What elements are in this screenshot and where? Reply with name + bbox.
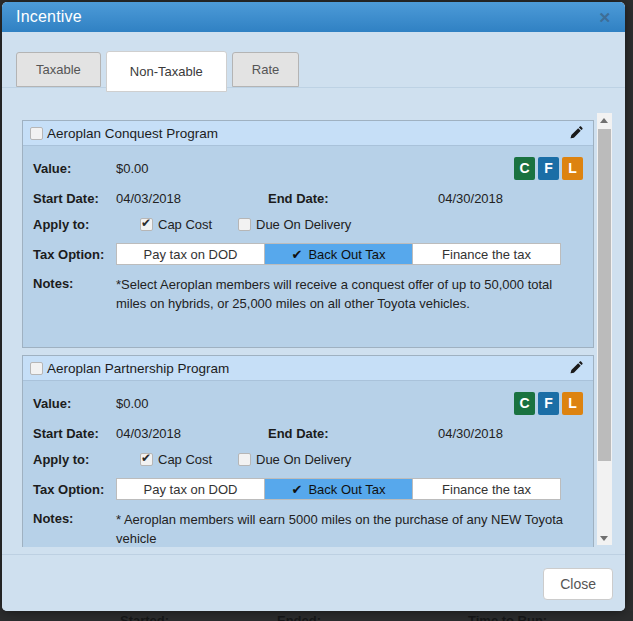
- checkbox-checked[interactable]: [140, 453, 153, 466]
- close-button[interactable]: Close: [543, 568, 613, 600]
- incentive-panel-header: Aeroplan Partnership Program: [23, 356, 593, 381]
- lease-badge[interactable]: L: [562, 157, 583, 180]
- dimmed-background-page: Started: Ended: Time to Run:: [0, 611, 633, 621]
- notes-label: Notes:: [33, 276, 116, 291]
- tab-bar: TaxableNon-TaxableRate: [2, 52, 625, 88]
- edit-pencil-icon[interactable]: [569, 361, 583, 375]
- tab-rate[interactable]: Rate: [232, 52, 299, 87]
- incentive-panel-body: Value: $0.00 CFL Start Date: 04/03/2018 …: [23, 146, 593, 348]
- finance-badge[interactable]: F: [538, 392, 559, 415]
- select-incentive-checkbox[interactable]: [30, 127, 43, 140]
- apply-option-due-on-delivery[interactable]: Due On Delivery: [238, 452, 351, 467]
- tab-non-taxable[interactable]: Non-Taxable: [106, 51, 227, 92]
- background-label-started: Started:: [120, 613, 169, 621]
- tax-segment-finance-the-tax[interactable]: Finance the tax: [413, 478, 561, 500]
- tab-taxable[interactable]: Taxable: [16, 52, 101, 87]
- tax-segment-pay-tax-on-dod[interactable]: Pay tax on DOD: [116, 243, 265, 265]
- notes-text: *Select Aeroplan members will receive a …: [116, 276, 583, 314]
- apply-option-due-on-delivery[interactable]: Due On Delivery: [238, 217, 351, 232]
- edit-pencil-icon[interactable]: [569, 126, 583, 140]
- incentive-dialog: Incentive ✕ TaxableNon-TaxableRate Aerop…: [2, 2, 625, 611]
- vertical-scrollbar[interactable]: [597, 113, 612, 545]
- end-date-value: 04/30/2018: [438, 191, 503, 206]
- scroll-up-button[interactable]: [597, 113, 612, 128]
- tax-option-segments: Pay tax on DODBack Out TaxFinance the ta…: [116, 243, 561, 265]
- incentive-panel-body: Value: $0.00 CFL Start Date: 04/03/2018 …: [23, 381, 593, 547]
- value-label: Value:: [33, 161, 116, 176]
- start-date-value: 04/03/2018: [116, 191, 268, 206]
- tax-option-label: Tax Option:: [33, 482, 116, 497]
- checkbox-label: Due On Delivery: [256, 217, 351, 232]
- dialog-title: Incentive: [16, 8, 82, 26]
- cash-badge[interactable]: C: [514, 392, 535, 415]
- incentive-name: Aeroplan Conquest Program: [47, 126, 218, 141]
- tax-segment-back-out-tax[interactable]: Back Out Tax: [265, 478, 413, 500]
- dialog-footer: Close: [2, 554, 625, 611]
- cash-badge[interactable]: C: [514, 157, 535, 180]
- checkbox-label: Cap Cost: [158, 217, 212, 232]
- apply-options: Cap CostDue On Delivery: [116, 452, 351, 467]
- checkbox[interactable]: [238, 218, 251, 231]
- select-incentive-checkbox[interactable]: [30, 362, 43, 375]
- scrollbar-thumb[interactable]: [598, 129, 611, 461]
- start-date-label: Start Date:: [33, 426, 116, 441]
- start-date-value: 04/03/2018: [116, 426, 268, 441]
- value-amount: $0.00: [116, 161, 149, 176]
- apply-options: Cap CostDue On Delivery: [116, 217, 351, 232]
- apply-to-label: Apply to:: [33, 217, 116, 232]
- finance-badge[interactable]: F: [538, 157, 559, 180]
- apply-option-cap-cost[interactable]: Cap Cost: [140, 452, 238, 467]
- tax-option-segments: Pay tax on DODBack Out TaxFinance the ta…: [116, 478, 561, 500]
- apply-option-cap-cost[interactable]: Cap Cost: [140, 217, 238, 232]
- deal-type-badges: CFL: [514, 157, 583, 180]
- notes-label: Notes:: [33, 511, 116, 526]
- incentive-panel: Aeroplan Conquest Program Value: $0.00 C…: [22, 120, 594, 348]
- lease-badge[interactable]: L: [562, 392, 583, 415]
- value-label: Value:: [33, 396, 116, 411]
- arrow-up-icon: [600, 118, 608, 123]
- checkbox[interactable]: [238, 453, 251, 466]
- background-label-ended: Ended:: [277, 613, 321, 621]
- value-amount: $0.00: [116, 396, 149, 411]
- scroll-down-button[interactable]: [597, 530, 612, 545]
- background-label-time-to-run: Time to Run:: [468, 613, 547, 621]
- end-date-label: End Date:: [268, 426, 438, 441]
- tax-segment-pay-tax-on-dod[interactable]: Pay tax on DOD: [116, 478, 265, 500]
- end-date-label: End Date:: [268, 191, 438, 206]
- end-date-value: 04/30/2018: [438, 426, 503, 441]
- arrow-down-icon: [600, 536, 608, 541]
- checkbox-label: Cap Cost: [158, 452, 212, 467]
- deal-type-badges: CFL: [514, 392, 583, 415]
- close-icon[interactable]: ✕: [598, 10, 611, 25]
- checkbox-label: Due On Delivery: [256, 452, 351, 467]
- tax-segment-finance-the-tax[interactable]: Finance the tax: [413, 243, 561, 265]
- tax-option-label: Tax Option:: [33, 247, 116, 262]
- checkbox-checked[interactable]: [140, 218, 153, 231]
- dialog-titlebar: Incentive ✕: [2, 2, 625, 32]
- incentive-panel: Aeroplan Partnership Program Value: $0.0…: [22, 355, 594, 547]
- incentive-name: Aeroplan Partnership Program: [47, 361, 229, 376]
- incentive-list: Aeroplan Conquest Program Value: $0.00 C…: [22, 113, 594, 547]
- start-date-label: Start Date:: [33, 191, 116, 206]
- incentive-panel-header: Aeroplan Conquest Program: [23, 121, 593, 146]
- notes-text: * Aeroplan members will earn 5000 miles …: [116, 511, 583, 547]
- apply-to-label: Apply to:: [33, 452, 116, 467]
- tax-segment-back-out-tax[interactable]: Back Out Tax: [265, 243, 413, 265]
